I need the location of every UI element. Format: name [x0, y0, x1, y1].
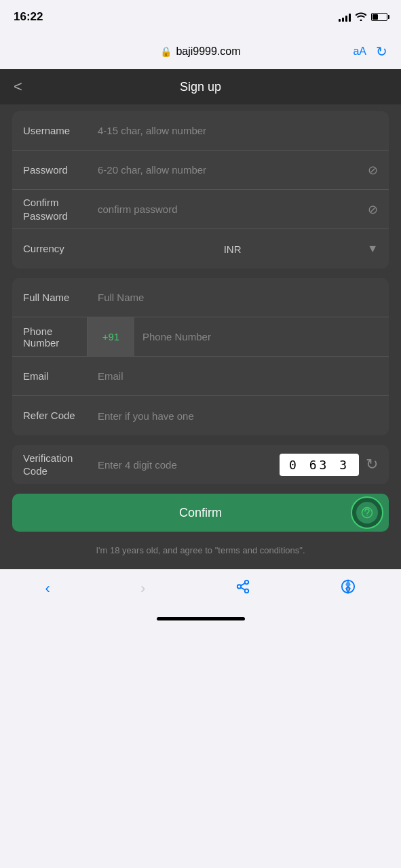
- phone-input[interactable]: [142, 331, 381, 342]
- browser-forward-button[interactable]: ›: [135, 574, 151, 603]
- password-row: Password ⊘: [12, 151, 389, 190]
- verify-input-wrap: [98, 459, 280, 471]
- svg-marker-4: [347, 587, 351, 593]
- browser-bar: 🔒 baji9999.com aA ↻: [0, 34, 401, 69]
- currency-row[interactable]: Currency INR ▼: [12, 229, 389, 269]
- home-bar: [157, 617, 245, 620]
- password-toggle-icon[interactable]: ⊘: [368, 163, 378, 178]
- confirm-button[interactable]: Confirm: [12, 494, 389, 532]
- currency-label: Currency: [23, 242, 98, 256]
- svg-point-1: [366, 515, 368, 516]
- page-header: < Sign up: [0, 69, 401, 104]
- currency-value: INR: [224, 243, 242, 255]
- verification-label: Verification Code: [23, 452, 98, 478]
- refer-code-input[interactable]: [98, 410, 378, 422]
- browser-nav: ‹ ›: [0, 569, 401, 607]
- browser-url: 🔒 baji9999.com: [160, 45, 240, 58]
- page-title: Sign up: [180, 80, 221, 94]
- phone-country-code[interactable]: +91: [87, 317, 134, 356]
- captcha-code: 0 63 3: [280, 454, 359, 476]
- wifi-icon: [355, 12, 367, 23]
- browser-share-button[interactable]: [230, 574, 256, 604]
- support-icon: [356, 502, 378, 524]
- status-bar: 16:22: [0, 0, 401, 34]
- signal-icon: [339, 12, 351, 22]
- url-text: baji9999.com: [176, 45, 240, 58]
- password-input[interactable]: [98, 164, 378, 176]
- username-input[interactable]: [98, 125, 378, 136]
- password-label: Password: [23, 163, 98, 177]
- refer-code-label: Refer Code: [23, 409, 98, 422]
- browser-back-button[interactable]: ‹: [40, 574, 56, 603]
- main-content: Username Password ⊘ Confirm Password ⊘ C…: [0, 104, 401, 569]
- fullname-label: Full Name: [23, 291, 98, 304]
- username-label: Username: [23, 124, 98, 138]
- browser-compass-button[interactable]: [335, 574, 361, 604]
- terms-text: I'm 18 years old, and agree to "terms an…: [0, 538, 401, 569]
- text-size-button[interactable]: aA: [353, 45, 366, 58]
- verification-section: Verification Code 0 63 3 ↻: [12, 445, 389, 484]
- currency-dropdown-icon[interactable]: ▼: [367, 243, 378, 255]
- fullname-row: Full Name: [12, 278, 389, 317]
- verification-input[interactable]: [98, 459, 280, 471]
- captcha-refresh-icon[interactable]: ↻: [366, 456, 378, 473]
- email-input[interactable]: [98, 370, 378, 382]
- email-row: Email: [12, 357, 389, 396]
- confirm-password-toggle-icon[interactable]: ⊘: [368, 202, 378, 217]
- status-time: 16:22: [14, 10, 43, 24]
- username-row: Username: [12, 111, 389, 151]
- back-button[interactable]: <: [14, 78, 22, 96]
- confirm-password-input[interactable]: [98, 203, 378, 215]
- confirm-password-label: Confirm Password: [23, 196, 98, 222]
- confirm-section: Confirm: [12, 494, 389, 532]
- phone-label: Phone Number: [12, 317, 87, 356]
- fullname-input[interactable]: [98, 292, 378, 303]
- support-bubble[interactable]: [351, 496, 383, 529]
- account-section: Username Password ⊘ Confirm Password ⊘ C…: [12, 111, 389, 269]
- battery-icon: [371, 13, 387, 21]
- refresh-button[interactable]: ↻: [376, 43, 387, 60]
- verification-row: Verification Code 0 63 3 ↻: [12, 445, 389, 484]
- phone-row: Phone Number +91: [12, 317, 389, 357]
- personal-section: Full Name Phone Number +91 Email Refer C…: [12, 278, 389, 435]
- svg-marker-3: [347, 580, 351, 586]
- refer-code-row: Refer Code: [12, 396, 389, 435]
- status-icons: [339, 12, 387, 23]
- confirm-password-row: Confirm Password ⊘: [12, 190, 389, 229]
- browser-controls: aA ↻: [353, 43, 387, 60]
- home-indicator: [0, 607, 401, 630]
- lock-icon: 🔒: [160, 46, 172, 57]
- email-label: Email: [23, 370, 98, 383]
- phone-input-wrap: [134, 317, 389, 356]
